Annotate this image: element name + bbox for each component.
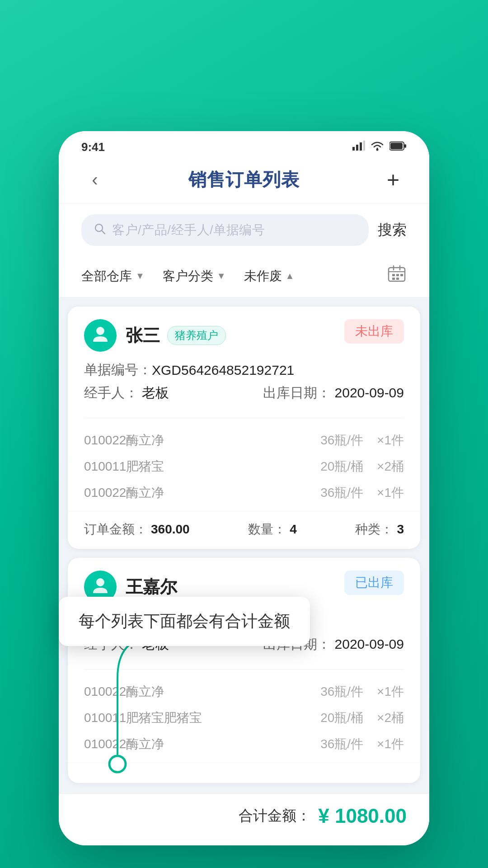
handler-label-1: 经手人： [84, 385, 138, 400]
search-section: 客户/产品/经手人/单据编号 搜索 [59, 203, 429, 257]
svg-rect-1 [356, 145, 358, 151]
footer-amount-label-1: 订单金额： [84, 521, 147, 538]
filter-status-label: 未作废 [244, 268, 282, 285]
product-qty-2-3: ×1件 [377, 736, 404, 753]
filter-status[interactable]: 未作废 ▲ [244, 268, 295, 285]
svg-rect-6 [404, 144, 406, 148]
order-status-2: 已出库 [344, 571, 404, 595]
tooltip-bubble: 每个列表下面都会有合计金额 [59, 597, 310, 646]
product-name-1-1: 010022酶立净 [84, 432, 307, 449]
avatar-1 [84, 319, 117, 352]
search-icon [94, 223, 106, 238]
avatar-icon-1 [90, 324, 110, 348]
status-time: 9:41 [81, 140, 105, 154]
filter-status-arrow: ▲ [286, 271, 295, 281]
customer-name-2: 王嘉尔 [126, 576, 177, 599]
total-label: 合计金额： [239, 806, 311, 826]
avatar-icon-2 [90, 575, 110, 599]
footer-types-1: 种类： 3 [355, 521, 404, 538]
status-icons [352, 141, 407, 153]
handler-value-1: 老板 [142, 385, 169, 400]
pointer-arrow [81, 633, 172, 778]
product-name-1-2: 010011肥猪宝 [84, 458, 307, 475]
svg-point-19 [96, 327, 104, 335]
wifi-icon [371, 141, 384, 153]
footer-types-value-1: 3 [397, 522, 404, 537]
filter-warehouse[interactable]: 全部仓库 ▼ [81, 268, 145, 285]
customer-tag-1: 猪养殖户 [167, 326, 226, 345]
order-footer-1: 订单金额： 360.00 数量： 4 种类： 3 [68, 511, 420, 549]
order-divider-1 [84, 418, 404, 418]
add-order-button[interactable]: + [380, 167, 407, 192]
signal-icon [352, 141, 365, 153]
status-bar: 9:41 [59, 131, 429, 158]
total-amount: ¥ 1080.00 [318, 805, 407, 827]
filter-warehouse-arrow: ▼ [136, 271, 145, 281]
svg-rect-16 [400, 274, 403, 276]
nav-title: 销售订单列表 [188, 167, 300, 192]
svg-rect-7 [390, 143, 403, 149]
product-qty-2-1: ×1件 [377, 683, 404, 700]
footer-qty-1: 数量： 4 [248, 521, 297, 538]
product-row-1-2: 010011肥猪宝 20瓶/桶 ×2桶 [84, 453, 404, 480]
product-qty-1-3: ×1件 [377, 484, 404, 501]
footer-qty-label-1: 数量： [248, 521, 286, 538]
filter-customer-type-label: 客户分类 [163, 268, 213, 285]
product-qty-1-1: ×1件 [377, 432, 404, 449]
filter-customer-type[interactable]: 客户分类 ▼ [163, 268, 226, 285]
svg-rect-0 [352, 147, 355, 151]
svg-point-20 [96, 578, 104, 586]
order-meta-row-1: 经手人： 老板 出库日期： 2020-09-09 [84, 384, 404, 402]
svg-line-9 [102, 231, 105, 234]
battery-icon [389, 141, 407, 153]
order-no-label-1: 单据编号： [84, 361, 152, 379]
shipdate-label-1: 出库日期： [263, 385, 331, 400]
svg-point-4 [376, 149, 379, 151]
calendar-button[interactable] [387, 264, 407, 288]
order-products-1: 010022酶立净 36瓶/件 ×1件 010011肥猪宝 20瓶/桶 ×2桶 … [68, 422, 420, 511]
filter-warehouse-label: 全部仓库 [81, 268, 132, 285]
order-info-1: 单据编号： XGD564264852192721 经手人： 老板 出库日期： 2… [68, 361, 420, 414]
product-unit-2-2: 20瓶/桶 [320, 709, 363, 726]
shipdate-value-1: 2020-09-09 [335, 385, 404, 400]
svg-rect-14 [392, 274, 395, 276]
footer-types-label-1: 种类： [355, 521, 393, 538]
product-unit-2-3: 36瓶/件 [320, 736, 363, 753]
svg-rect-2 [360, 142, 362, 151]
footer-amount-value-1: 360.00 [151, 522, 190, 537]
svg-rect-18 [396, 278, 399, 280]
product-unit-1-2: 20瓶/桶 [320, 458, 363, 475]
product-unit-1-3: 36瓶/件 [320, 484, 363, 501]
product-row-1-3: 010022酶立净 36瓶/件 ×1件 [84, 480, 404, 506]
product-unit-2-1: 36瓶/件 [320, 683, 363, 700]
tooltip-text: 每个列表下面都会有合计金额 [79, 612, 290, 630]
order-card-1[interactable]: 张三 猪养殖户 未出库 单据编号： XGD564264852192721 经手人… [68, 307, 420, 549]
product-unit-1-1: 36瓶/件 [320, 432, 363, 449]
order-no-value-1: XGD564264852192721 [152, 363, 294, 378]
filter-customer-arrow: ▼ [217, 271, 226, 281]
svg-rect-17 [392, 278, 395, 280]
product-qty-1-2: ×2桶 [377, 458, 404, 475]
svg-point-21 [109, 756, 126, 772]
back-button[interactable]: ‹ [81, 170, 108, 190]
shipdate-value-2: 2020-09-09 [335, 637, 404, 651]
svg-rect-3 [363, 141, 365, 151]
footer-qty-value-1: 4 [290, 522, 297, 537]
customer-name-1: 张三 [126, 324, 160, 347]
product-qty-2-2: ×2桶 [377, 709, 404, 726]
order-status-1: 未出库 [344, 319, 404, 344]
nav-bar: ‹ 销售订单列表 + [59, 158, 429, 203]
order-header-1: 张三 猪养殖户 未出库 [68, 307, 420, 361]
handler-info-1: 经手人： 老板 [84, 384, 169, 402]
shipdate-info-1: 出库日期： 2020-09-09 [263, 384, 404, 402]
product-name-1-3: 010022酶立净 [84, 484, 307, 501]
search-input-wrap[interactable]: 客户/产品/经手人/单据编号 [81, 214, 369, 246]
search-button[interactable]: 搜索 [378, 220, 407, 240]
order-no-row-1: 单据编号： XGD564264852192721 [84, 361, 404, 379]
filter-bar: 全部仓库 ▼ 客户分类 ▼ 未作废 ▲ [59, 257, 429, 297]
search-placeholder-text: 客户/产品/经手人/单据编号 [112, 222, 265, 239]
bottom-total-bar: 合计金额： ¥ 1080.00 [59, 793, 429, 845]
footer-amount-1: 订单金额： 360.00 [84, 521, 190, 538]
product-row-1-1: 010022酶立净 36瓶/件 ×1件 [84, 427, 404, 453]
svg-rect-15 [396, 274, 399, 276]
